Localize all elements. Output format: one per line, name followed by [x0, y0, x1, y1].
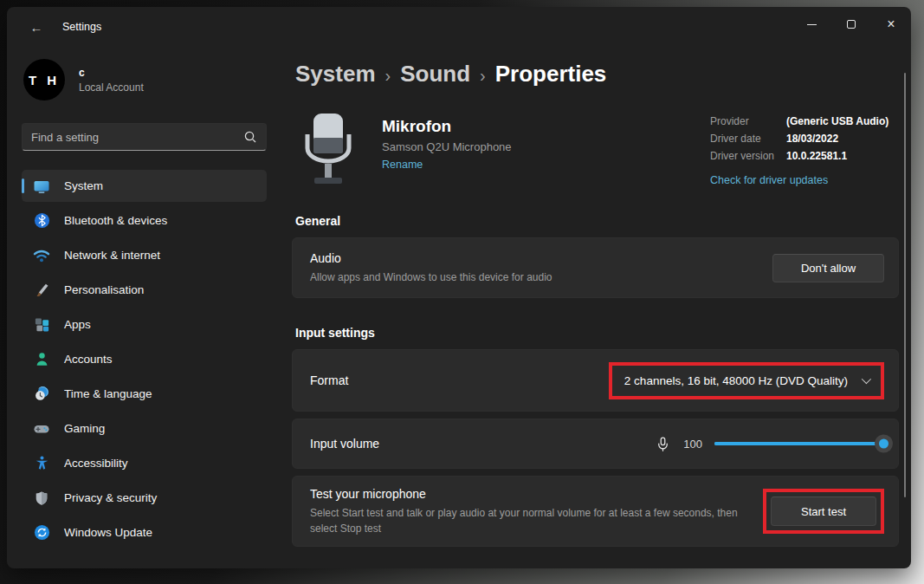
device-subtitle: Samson Q2U Microphone — [382, 140, 512, 153]
format-value: 2 channels, 16 bit, 48000 Hz (DVD Qualit… — [624, 374, 848, 387]
sidebar-nav: System Bluetooth & devices Network & int… — [22, 170, 267, 548]
sidebar-item-label: Accounts — [64, 353, 113, 366]
start-test-annotation-box: Start test — [763, 489, 884, 534]
sidebar-item-network[interactable]: Network & internet — [22, 239, 267, 271]
window-controls: × — [792, 7, 911, 42]
rename-link[interactable]: Rename — [382, 159, 423, 171]
sidebar-item-privacy-security[interactable]: Privacy & security — [22, 482, 267, 514]
sidebar-item-windows-update[interactable]: Windows Update — [22, 516, 267, 548]
input-settings-heading: Input settings — [295, 326, 899, 340]
clock-globe-icon — [33, 386, 50, 403]
display-icon — [33, 178, 50, 195]
sidebar-item-label: Personalisation — [64, 283, 144, 296]
breadcrumb-separator: › — [480, 66, 486, 86]
scrollbar[interactable] — [904, 73, 907, 497]
chevron-down-icon — [862, 374, 871, 384]
account-name: c — [79, 67, 144, 79]
format-annotation-box: 2 channels, 16 bit, 48000 Hz (DVD Qualit… — [609, 362, 884, 399]
minimize-button[interactable] — [792, 7, 831, 42]
audio-card: Audio Allow apps and Windows to use this… — [292, 237, 899, 298]
sidebar-item-bluetooth[interactable]: Bluetooth & devices — [22, 204, 267, 237]
account-type: Local Account — [79, 81, 144, 94]
maximize-button[interactable] — [831, 7, 871, 42]
test-microphone-card: Test your microphone Select Start test a… — [292, 476, 899, 547]
account-card[interactable]: T H c Local Account — [23, 59, 267, 101]
format-label: Format — [310, 373, 348, 387]
back-arrow-icon: ← — [30, 20, 43, 35]
driver-date-value: 18/03/2022 — [786, 133, 838, 145]
sidebar-item-accessibility[interactable]: Accessibility — [22, 447, 267, 479]
dont-allow-button[interactable]: Don't allow — [772, 254, 884, 282]
app-title: Settings — [62, 21, 101, 33]
sidebar-item-label: Time & language — [64, 387, 152, 400]
slider-fill — [714, 442, 884, 445]
input-volume-slider[interactable] — [714, 442, 884, 445]
format-card: Format 2 channels, 16 bit, 48000 Hz (DVD… — [292, 349, 899, 412]
search-input[interactable] — [31, 131, 243, 144]
sidebar-item-gaming[interactable]: Gaming — [22, 412, 267, 444]
main-content: System › Sound › Properties Mikrofon Sam… — [288, 47, 899, 568]
paintbrush-icon — [33, 282, 50, 299]
check-driver-updates-link[interactable]: Check for driver updates — [710, 174, 828, 186]
sidebar-item-label: Gaming — [64, 422, 105, 435]
bluetooth-icon — [33, 212, 50, 230]
search-icon — [243, 130, 257, 144]
general-heading: General — [295, 214, 899, 228]
driver-row: Driver version 10.0.22581.1 — [710, 150, 899, 162]
format-dropdown[interactable]: 2 channels, 16 bit, 48000 Hz (DVD Qualit… — [624, 374, 869, 387]
sidebar-item-time-language[interactable]: Time & language — [22, 378, 267, 410]
sidebar-item-label: Apps — [64, 318, 91, 331]
title-bar: ← Settings × — [7, 7, 911, 47]
device-name: Mikrofon — [382, 117, 512, 136]
sidebar-item-apps[interactable]: Apps — [22, 308, 267, 341]
device-header: Mikrofon Samson Q2U Microphone Rename Pr… — [299, 112, 899, 188]
close-button[interactable]: × — [871, 7, 911, 42]
breadcrumb: System › Sound › Properties — [295, 61, 899, 88]
driver-provider-value: (Generic USB Audio) — [786, 115, 888, 127]
search-box[interactable] — [22, 123, 267, 151]
driver-row: Driver date 18/03/2022 — [710, 133, 899, 145]
driver-info: Provider (Generic USB Audio) Driver date… — [710, 112, 899, 188]
microphone-icon — [655, 436, 671, 452]
test-microphone-description: Select Start test and talk or play audio… — [310, 505, 753, 536]
settings-window: ← Settings × T H c Local Account — [7, 7, 911, 568]
wifi-icon — [33, 247, 50, 264]
person-icon — [33, 351, 50, 368]
back-button[interactable]: ← — [23, 16, 50, 38]
driver-version-label: Driver version — [710, 150, 786, 162]
sidebar: T H c Local Account System — [7, 47, 281, 568]
microphone-image — [299, 112, 358, 188]
avatar: T H — [23, 59, 65, 101]
sidebar-item-label: Accessibility — [64, 457, 128, 470]
driver-provider-label: Provider — [710, 115, 786, 127]
sidebar-item-personalisation[interactable]: Personalisation — [22, 274, 267, 306]
driver-date-label: Driver date — [710, 133, 786, 145]
accessibility-icon — [33, 455, 50, 472]
apps-icon — [33, 316, 50, 334]
maximize-icon — [847, 20, 856, 29]
minimize-icon — [807, 24, 817, 25]
sidebar-item-label: Network & internet — [64, 249, 160, 262]
sidebar-item-system[interactable]: System — [22, 170, 267, 202]
sidebar-item-label: System — [64, 179, 103, 192]
audio-description: Allow apps and Windows to use this devic… — [310, 269, 552, 285]
breadcrumb-system[interactable]: System — [295, 61, 376, 88]
gamepad-icon — [33, 420, 50, 438]
driver-row: Provider (Generic USB Audio) — [710, 115, 899, 127]
breadcrumb-sound[interactable]: Sound — [400, 61, 470, 88]
close-icon: × — [887, 17, 895, 31]
input-volume-label: Input volume — [310, 437, 379, 451]
shield-icon — [33, 490, 50, 507]
sidebar-item-accounts[interactable]: Accounts — [22, 343, 267, 375]
audio-title: Audio — [310, 251, 552, 265]
breadcrumb-separator: › — [385, 66, 391, 86]
driver-version-value: 10.0.22581.1 — [786, 150, 847, 162]
update-icon — [33, 524, 50, 542]
breadcrumb-properties: Properties — [495, 61, 607, 88]
sidebar-item-label: Bluetooth & devices — [64, 214, 167, 227]
input-volume-card: Input volume 100 — [292, 419, 899, 469]
start-test-button[interactable]: Start test — [771, 496, 876, 526]
slider-thumb[interactable] — [875, 435, 893, 453]
input-volume-value: 100 — [683, 438, 702, 451]
sidebar-item-label: Windows Update — [64, 526, 152, 539]
